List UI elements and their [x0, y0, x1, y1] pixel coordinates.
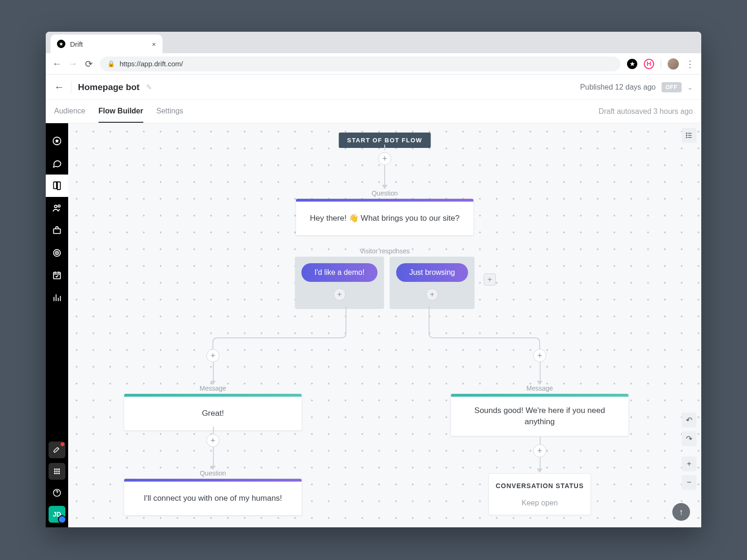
- tab-audience[interactable]: Audience: [54, 100, 85, 123]
- autosave-status: Draft autosaved 3 hours ago: [599, 107, 693, 116]
- responses-label: Visitor responses: [359, 247, 409, 255]
- sidebar-reports-icon[interactable]: [46, 287, 68, 309]
- connector: [540, 437, 541, 444]
- browser-tab[interactable]: Drift ×: [50, 35, 162, 53]
- tab-flow-builder[interactable]: Flow Builder: [99, 100, 143, 123]
- message-text: Great!: [124, 397, 302, 430]
- svg-point-6: [56, 252, 57, 253]
- sidebar-help-icon[interactable]: [49, 484, 65, 501]
- visitor-responses: I'd like a demo! + Just browsing +: [295, 257, 475, 309]
- app-header: ← Homepage bot ✎ Published 12 days ago O…: [46, 75, 701, 100]
- add-response-button[interactable]: +: [484, 273, 496, 286]
- node-type-label: Message: [200, 385, 226, 392]
- canvas-wrap: ↶ ↷ + − ↑ START OF BOT FLOW + Question: [68, 123, 701, 527]
- header-separator: [71, 81, 71, 93]
- svg-rect-10: [58, 469, 60, 470]
- flow-graph: START OF BOT FLOW + Question Hey there! …: [68, 123, 701, 527]
- sidebar-calendar-icon[interactable]: [46, 264, 68, 287]
- connector: [384, 165, 385, 185]
- svg-rect-9: [56, 469, 58, 470]
- response-option[interactable]: I'd like a demo! +: [295, 257, 384, 309]
- publish-toggle[interactable]: OFF: [662, 82, 682, 92]
- svg-rect-7: [54, 273, 61, 279]
- svg-rect-16: [58, 473, 60, 474]
- tab-settings[interactable]: Settings: [156, 100, 183, 123]
- node-type-label: Message: [527, 385, 553, 392]
- response-pill-demo[interactable]: I'd like a demo!: [302, 263, 378, 282]
- arrow-down-icon: [382, 185, 388, 189]
- sidebar-target-icon[interactable]: [46, 242, 68, 264]
- browser-reload-icon[interactable]: ⟳: [84, 58, 93, 70]
- extension-drift-icon[interactable]: [627, 59, 637, 69]
- connector: [213, 427, 214, 434]
- browser-back-icon[interactable]: ←: [52, 58, 62, 69]
- response-option[interactable]: Just browsing +: [390, 257, 475, 309]
- conversation-status-node[interactable]: CONVERSATION STATUS Keep open: [488, 473, 591, 515]
- message-text: Sounds good! We're here if you need anyt…: [451, 397, 628, 436]
- sidebar-logo-icon[interactable]: [46, 130, 68, 152]
- connector: [384, 145, 385, 150]
- add-below-response-icon[interactable]: +: [426, 288, 438, 301]
- message-node[interactable]: Sounds good! We're here if you need anyt…: [451, 394, 628, 436]
- node-type-label: Question: [200, 469, 226, 477]
- svg-rect-13: [58, 471, 60, 472]
- arrow-down-icon: [537, 469, 543, 473]
- add-below-response-icon[interactable]: +: [333, 288, 345, 301]
- response-pill-browsing[interactable]: Just browsing: [396, 263, 468, 282]
- message-node[interactable]: Great!: [124, 394, 302, 430]
- lock-icon: 🔒: [107, 60, 115, 67]
- question-text: I'll connect you with one of my humans!: [124, 482, 302, 515]
- svg-rect-8: [54, 469, 56, 470]
- profile-avatar[interactable]: [668, 58, 679, 70]
- connector: [540, 457, 541, 469]
- question-text: Hey there! 👋 What brings you to our site…: [296, 202, 473, 235]
- sidebar-playbooks-icon[interactable]: [46, 175, 68, 197]
- browser-toolbar: ← → ⟳ 🔒 https://app.drift.com/ H ⋮: [46, 53, 701, 75]
- svg-rect-15: [56, 473, 58, 474]
- app-back-icon[interactable]: ←: [54, 81, 64, 93]
- node-type-label: Question: [372, 189, 398, 197]
- add-node-button[interactable]: +: [533, 349, 546, 362]
- conversation-status-header: CONVERSATION STATUS: [489, 482, 591, 490]
- sidebar-chat-icon[interactable]: [46, 152, 68, 175]
- svg-point-2: [58, 205, 60, 207]
- add-node-button[interactable]: +: [206, 349, 219, 362]
- svg-rect-12: [56, 471, 58, 472]
- toolbar-separator: [661, 59, 661, 69]
- app-body: JD ↶ ↷ + − ↑ START OF BOT FL: [46, 123, 701, 527]
- left-sidebar: JD: [46, 123, 68, 527]
- extension-h-icon[interactable]: H: [644, 59, 654, 69]
- sidebar-accounts-icon[interactable]: [46, 219, 68, 242]
- browser-url-bar[interactable]: 🔒 https://app.drift.com/: [100, 56, 620, 71]
- sidebar-user-avatar[interactable]: JD: [49, 506, 65, 523]
- add-node-button[interactable]: +: [533, 444, 546, 457]
- sidebar-apps-icon[interactable]: [49, 463, 65, 480]
- question-node[interactable]: I'll connect you with one of my humans!: [124, 479, 302, 515]
- browser-tab-title: Drift: [70, 40, 83, 48]
- sidebar-contacts-icon[interactable]: [46, 197, 68, 219]
- sidebar-rocket-icon[interactable]: [49, 441, 65, 458]
- conversation-status-value: Keep open: [489, 499, 591, 507]
- publish-menu-chevron-icon[interactable]: ⌄: [687, 84, 693, 91]
- browser-menu-icon[interactable]: ⋮: [685, 58, 695, 70]
- add-node-button[interactable]: +: [378, 152, 391, 165]
- connector: [540, 362, 541, 381]
- browser-window: Drift × ← → ⟳ 🔒 https://app.drift.com/ H…: [46, 32, 701, 527]
- question-node[interactable]: Hey there! 👋 What brings you to our site…: [296, 199, 473, 235]
- app-tabs: Audience Flow Builder Settings Draft aut…: [46, 100, 701, 123]
- close-tab-icon[interactable]: ×: [152, 40, 156, 48]
- browser-url-text: https://app.drift.com/: [120, 60, 183, 68]
- drift-favicon: [57, 40, 65, 48]
- published-status: Published 12 days ago: [580, 83, 656, 91]
- connector: [213, 447, 214, 466]
- edit-title-icon[interactable]: ✎: [146, 83, 152, 91]
- connector: [213, 362, 214, 381]
- browser-forward-icon[interactable]: →: [68, 58, 78, 69]
- browser-tab-strip: Drift ×: [46, 32, 701, 53]
- page-title: Homepage bot: [78, 82, 140, 92]
- svg-rect-11: [54, 471, 56, 472]
- add-node-button[interactable]: +: [206, 434, 219, 447]
- svg-rect-3: [54, 229, 61, 233]
- svg-point-1: [55, 205, 57, 208]
- svg-rect-14: [54, 473, 56, 474]
